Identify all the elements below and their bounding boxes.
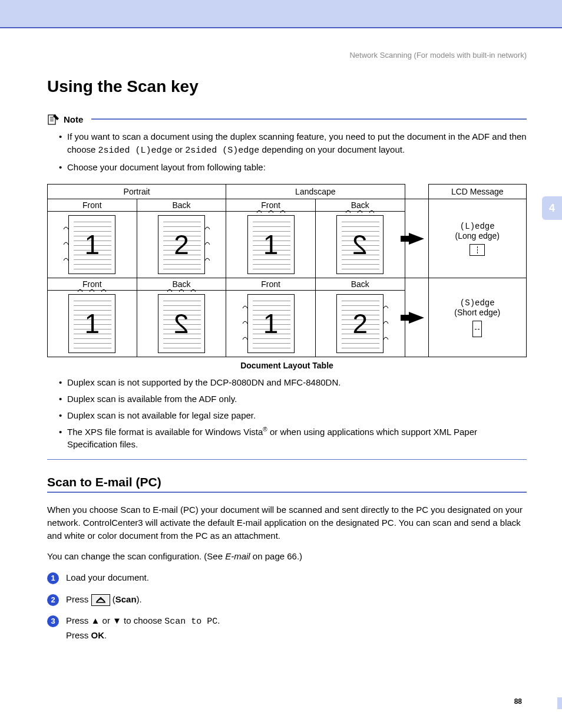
page-diagram: 2	[315, 291, 405, 357]
down-arrow-icon: ▼	[113, 615, 121, 625]
page-diagram: 1	[226, 291, 316, 357]
col-lcd-message: LCD Message	[428, 185, 527, 199]
section-divider	[47, 459, 527, 460]
col-landscape: Landscape	[226, 185, 405, 199]
note-bullet: The XPS file format is available for Win…	[59, 426, 527, 452]
step-number-icon: 1	[47, 572, 59, 584]
msg-long-edge: (L)edge (Long edge)	[428, 199, 527, 278]
cell-back: Back	[315, 278, 405, 291]
note-rule	[91, 118, 527, 120]
note-bullet: Duplex scan is not available for legal s…	[59, 409, 527, 422]
body-paragraph: You can change the scan configuration. (…	[47, 550, 527, 563]
arrow-icon	[405, 278, 428, 357]
page-diagram: 2	[315, 212, 405, 278]
body-paragraph: When you choose Scan to E-mail (PC) your…	[47, 503, 527, 542]
step-number-icon: 2	[47, 594, 59, 606]
note-bullet: Duplex scan is available from the ADF on…	[59, 393, 527, 406]
step-2: 2 Press (Scan).	[47, 593, 527, 607]
page-number: 88	[0, 697, 562, 709]
note-bullet-1: If you want to scan a document using the…	[59, 130, 527, 157]
top-accent-bar	[0, 0, 562, 28]
page-diagram: 2	[137, 212, 226, 278]
cell-front: Front	[48, 199, 137, 212]
page-diagram: 2	[137, 291, 226, 357]
note-bullet: Duplex scan is not supported by the DCP-…	[59, 376, 527, 389]
step-number-icon: 3	[47, 615, 59, 627]
step-1: 1 Load your document.	[47, 571, 527, 585]
col-portrait: Portrait	[48, 185, 226, 199]
step-3: 3 Press ▲ or ▼ to choose Scan to PC. Pre…	[47, 614, 527, 642]
table-caption: Document Layout Table	[47, 361, 527, 370]
scan-key-icon	[91, 594, 110, 606]
up-arrow-icon: ▲	[91, 615, 100, 625]
note-label: Note	[64, 114, 83, 124]
note-icon	[47, 113, 60, 126]
running-header: Network Scanning (For models with built-…	[0, 33, 562, 65]
cell-front: Front	[226, 278, 316, 291]
page-diagram: 1	[48, 291, 137, 357]
short-edge-icon	[472, 321, 482, 337]
section-heading: Scan to E-mail (PC)	[47, 475, 527, 489]
arrow-icon	[405, 199, 428, 278]
document-layout-table: Portrait Landscape LCD Message Front Bac…	[47, 184, 527, 357]
heading-rule	[47, 492, 527, 493]
cell-back: Back	[137, 199, 226, 212]
chapter-tab: 4	[542, 196, 562, 220]
page-title: Using the Scan key	[47, 77, 527, 96]
page-diagram: 1	[226, 212, 316, 278]
page-diagram: 1	[48, 212, 137, 278]
note-bullet-2: Choose your document layout from followi…	[59, 161, 527, 174]
long-edge-icon	[470, 244, 485, 256]
msg-short-edge: (S)edge (Short edge)	[428, 278, 527, 357]
